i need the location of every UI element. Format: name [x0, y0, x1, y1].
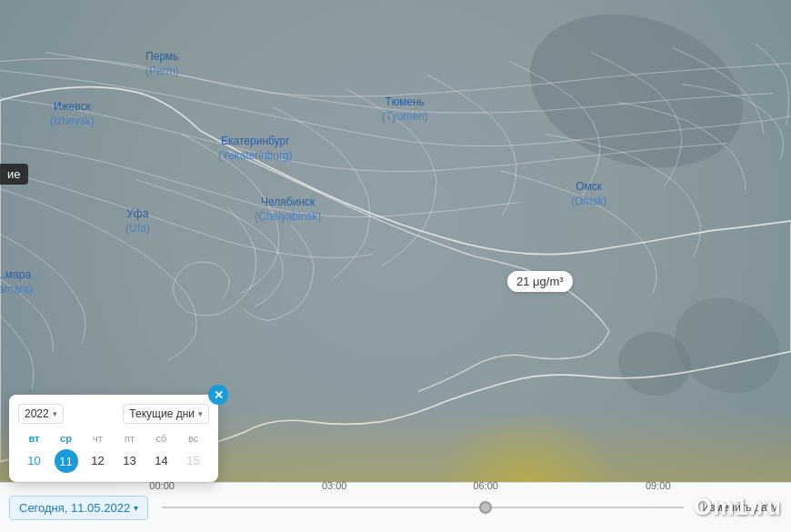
city-tyumen: Тюмень(Tyumen)	[382, 95, 428, 124]
calendar-dates: 10 11 12 13 14 15	[18, 449, 209, 473]
today-chevron-icon: ▾	[134, 503, 138, 513]
city-yekaterinburg: Екатеринбург(Yekaterinburg)	[218, 135, 293, 163]
mode-select[interactable]: Текущие дни ▾	[123, 404, 209, 424]
date-13[interactable]: 13	[114, 449, 145, 473]
day-header-thu: чт	[82, 431, 114, 446]
date-11[interactable]: 11	[55, 449, 78, 473]
logo: Om1.ru	[694, 493, 782, 521]
day-header-tue: вт	[18, 431, 50, 446]
date-10[interactable]: 10	[18, 449, 50, 473]
time-0600: 06:00	[473, 480, 498, 491]
city-omsk: Омск(Omsk)	[571, 180, 606, 208]
calendar-header: 2022 ▾ Текущие дни ▾	[18, 404, 209, 424]
timeline-dot[interactable]	[479, 501, 492, 514]
left-panel: ие	[0, 164, 28, 185]
day-header-sat: сб	[145, 431, 177, 446]
year-select[interactable]: 2022 ▾	[18, 404, 64, 424]
day-header-fri: пт	[114, 431, 145, 446]
city-perm: Пермь(Perm)	[145, 50, 179, 78]
year-chevron-icon: ▾	[53, 409, 57, 418]
city-ufa: Уфа(Ufa)	[125, 207, 150, 236]
timeline-bar: Сегодня, 11.05.2022 ▾ 00:00 03:00 06:00 …	[0, 482, 791, 532]
calendar-days-header: вт ср чт пт сб вс	[18, 431, 209, 446]
time-0300: 03:00	[322, 480, 347, 491]
date-12[interactable]: 12	[82, 449, 114, 473]
day-header-sun: вс	[177, 431, 209, 446]
calendar-popup: ✕ 2022 ▾ Текущие дни ▾ вт ср чт пт сб вс…	[9, 395, 218, 482]
map-container: Пермь(Perm) Ижевск(Izhevsk) Екатеринбург…	[0, 0, 791, 532]
city-chelyabinsk: Челябинск(Chelyabinsk)	[255, 196, 321, 224]
pm-bubble: 21 μg/m³	[507, 271, 573, 292]
day-header-wed: ср	[50, 431, 82, 446]
city-samara: ...мара(amara)	[0, 268, 41, 296]
date-14[interactable]: 14	[145, 449, 177, 473]
timeline-line	[162, 507, 684, 508]
date-15: 15	[177, 449, 209, 473]
time-0900: 09:00	[646, 480, 671, 491]
mode-chevron-icon: ▾	[198, 409, 203, 418]
city-izhevsk: Ижевск(Izhevsk)	[50, 100, 95, 128]
today-button[interactable]: Сегодня, 11.05.2022 ▾	[9, 496, 148, 520]
close-button[interactable]: ✕	[208, 385, 228, 405]
timeline-track[interactable]: 00:00 03:00 06:00 09:00	[162, 498, 684, 517]
